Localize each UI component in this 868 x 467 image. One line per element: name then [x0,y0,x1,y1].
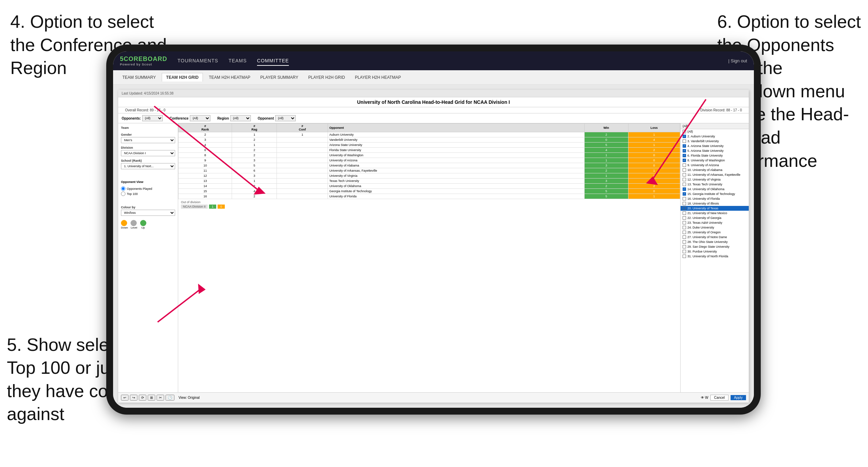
col-opponent: Opponent [328,124,585,132]
dropdown-item[interactable]: 21. University of New Mexico [681,211,749,216]
footer-left: ↩ ↪ ⟳ ⊞ ✂ 🕐 View: Original [121,395,200,401]
dropdown-checkbox[interactable] [683,173,686,176]
division-select[interactable]: NCAA Division I [121,150,175,156]
conference-select[interactable]: (All) [190,115,210,121]
dropdown-item[interactable]: 30. Purdue University [681,249,749,254]
dropdown-item[interactable]: 10. University of Alabama [681,168,749,172]
nav-tournaments[interactable]: TOURNAMENTS [178,56,218,66]
radio-opponents-played[interactable]: Opponents Played [121,186,175,191]
dropdown-checkbox[interactable] [683,216,686,220]
nav-committee[interactable]: COMMITTEE [257,56,289,66]
out-div-row: NCAA Division II 1 0 [181,205,677,209]
dropdown-item[interactable]: 22. University of Georgia [681,216,749,220]
dropdown-checkbox[interactable] [683,207,686,210]
dropdown-item[interactable]: ✓5. Arizona State University [681,148,749,153]
table-row: 4 1 Arizona State University 5 1 [179,143,680,148]
dropdown-checkbox[interactable]: ✓ [683,192,686,196]
dropdown-item[interactable]: 29. San Diego State University [681,244,749,249]
reset-button[interactable]: ⟳ [139,395,146,401]
subnav-team-summary[interactable]: TEAM SUMMARY [118,73,160,82]
dropdown-item[interactable]: 13. Texas Tech University [681,182,749,187]
dash-title: University of North Carolina Head-to-Hea… [118,97,749,107]
table-row: 3 2 Vanderbilt University 0 4 [179,137,680,143]
dropdown-item[interactable]: ✓2. Auburn University [681,134,749,139]
table-row: 16 2 University of Florida 5 1 [179,194,680,199]
filter-row: Opponents: (All) Conference (All) Region [118,113,749,123]
table-row: 11 6 University of Arkansas, Fayettevill… [179,168,680,173]
dropdown-checkbox[interactable] [683,211,686,215]
tablet-device: 5COREBOARD Powered by Scout TOURNAMENTS … [106,45,761,415]
dropdown-checkbox[interactable] [683,240,686,244]
subnav-team-h2h-heatmap[interactable]: TEAM H2H HEATMAP [205,73,254,82]
table-row: 12 3 University of Virginia 1 1 [179,173,680,179]
dropdown-item[interactable]: 18. University of Illinois [681,201,749,206]
dropdown-checkbox[interactable] [683,250,686,253]
dropdown-item[interactable]: 12. University of Virginia [681,177,749,182]
filter-opponents: Opponents: (All) [122,115,163,121]
dropdown-checkbox[interactable]: ✓ [683,159,686,162]
dash-header: Last Updated: 4/15/2024 16:55:38 [118,90,749,97]
dropdown-item[interactable]: 16. University of Florida [681,196,749,201]
dropdown-checkbox[interactable] [683,231,686,234]
dropdown-checkbox[interactable] [683,202,686,205]
dropdown-item[interactable]: 31. University of North Florida [681,254,749,259]
apply-button[interactable]: Apply [731,395,746,400]
dropdown-checkbox[interactable] [683,163,686,167]
right-panel: (All) (All)✓2. Auburn University3. Vande… [680,123,749,392]
dropdown-item[interactable]: 25. University of Oregon [681,230,749,235]
dropdown-item[interactable]: 9. University of Arizona [681,163,749,168]
redo-button[interactable]: ↪ [130,395,137,401]
dropdown-checkbox[interactable] [683,178,686,181]
dropdown-checkbox[interactable] [683,197,686,200]
opponents-select[interactable]: (All) [142,115,163,121]
dropdown-checkbox[interactable]: ✓ [683,144,686,148]
dropdown-checkbox[interactable] [683,255,686,258]
dropdown-item[interactable]: 3. Vanderbilt University [681,139,749,144]
dropdown-item[interactable]: ✓15. Georgia Institute of Technology [681,192,749,196]
dropdown-checkbox[interactable] [683,183,686,186]
colour-by-field: Colour by Win/loss [121,206,175,216]
dropdown-checkbox[interactable] [683,139,686,143]
dropdown-item[interactable]: 11. University of Arkansas, Fayetteville [681,172,749,177]
opponent-select[interactable]: (All) [275,115,296,121]
dropdown-checkbox[interactable] [683,226,686,229]
dropdown-item[interactable]: ✓6. Florida State University [681,153,749,158]
dropdown-checkbox[interactable]: ✓ [683,154,686,157]
nav-signout[interactable]: | Sign out [728,58,747,63]
dropdown-item[interactable]: ✓4. Arizona State University [681,144,749,148]
school-select[interactable]: 1. University of Nort... [121,163,175,169]
subnav-team-h2h-grid[interactable]: TEAM H2H GRID [162,73,203,82]
dropdown-item[interactable]: ✓8. University of Washington [681,158,749,163]
dropdown-item[interactable]: 20. University of Texas [681,206,749,211]
region-select[interactable]: (All) [230,115,251,121]
dropdown-item[interactable]: ✓14. University of Oklahoma [681,187,749,192]
cancel-button[interactable]: Cancel [710,395,729,401]
subnav-player-h2h-heatmap[interactable]: PLAYER H2H HEATMAP [351,73,405,82]
dropdown-item[interactable]: 24. Duke University [681,225,749,230]
dropdown-item[interactable]: 28. The Ohio State University [681,239,749,244]
dropdown-item[interactable]: (All) [681,129,749,134]
dropdown-checkbox[interactable]: ✓ [683,187,686,191]
dropdown-checkbox[interactable] [683,130,686,133]
radio-top100[interactable]: Top 100 [121,192,175,196]
undo-button[interactable]: ↩ [121,395,129,401]
clock-button[interactable]: 🕐 [166,395,174,401]
dropdown-checkbox[interactable] [683,168,686,172]
colour-select[interactable]: Win/loss [121,210,175,216]
subnav-player-summary[interactable]: PLAYER SUMMARY [256,73,303,82]
gender-select[interactable]: Men's [121,137,175,143]
dropdown-checkbox[interactable] [683,235,686,239]
dash-body: Team Gender Men's Division NCAA Division… [118,123,749,392]
dropdown-checkbox[interactable]: ✓ [683,149,686,152]
cut-button[interactable]: ✂ [157,395,164,401]
subnav-player-h2h-grid[interactable]: PLAYER H2H GRID [304,73,349,82]
h2h-table: #Rank #Rag #Conf Opponent Win Loss [178,123,680,199]
footer-right: 👁 W Cancel Apply [701,395,746,401]
dropdown-item[interactable]: 27. University of Notre Dame [681,235,749,239]
nav-teams[interactable]: TEAMS [229,56,247,66]
dropdown-checkbox[interactable] [683,245,686,248]
copy-button[interactable]: ⊞ [148,395,155,401]
dropdown-checkbox[interactable] [683,221,686,224]
dropdown-item[interactable]: 23. Texas A&M University [681,220,749,225]
dropdown-checkbox[interactable]: ✓ [683,135,686,138]
